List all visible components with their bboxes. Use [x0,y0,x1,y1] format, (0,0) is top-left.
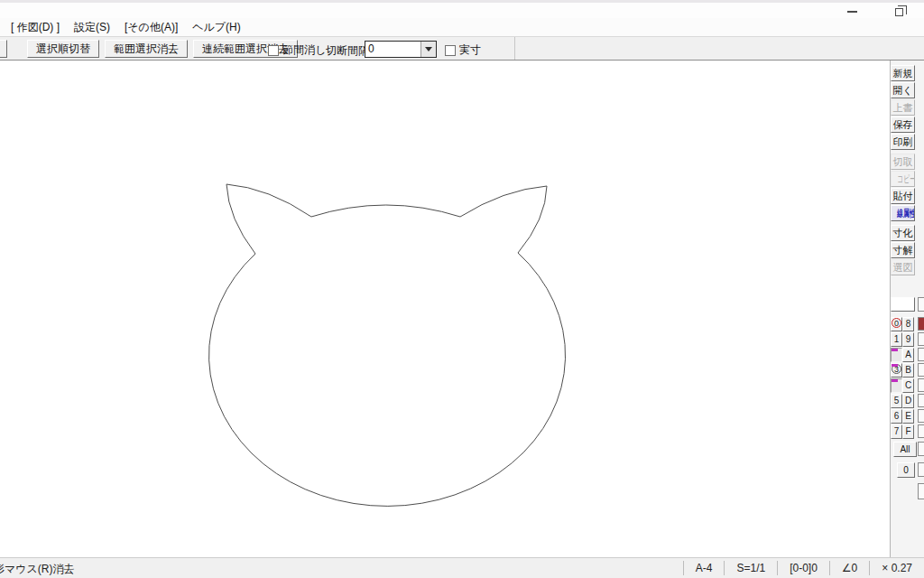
open-button[interactable]: 開く [891,82,915,98]
right-toolbar: 新規開く上書保存印刷切取コピー貼付線属性寸化寸解選図 0819A3BC5D6E7… [891,61,924,557]
cutoff-button-sliver [918,297,924,312]
layer-button-9[interactable]: 9 [902,332,914,347]
layer-content-bar [892,349,898,351]
menu-bar: [ 作図(D) ]設定(S)[その他(A)]ヘルプ(H) [0,18,924,36]
cutoff-button-sliver [918,483,924,499]
overwrite-save-button: 上書 [891,99,915,116]
file-tool-buttons: 新規開く上書保存印刷切取コピー貼付線属性寸化寸解選図 [891,65,915,279]
chevron-down-icon[interactable] [420,42,436,57]
cut-interval-combo[interactable]: 0 [365,41,437,58]
selection-order-toggle-button[interactable]: 選択順切替 [27,40,99,58]
app-window: [ 作図(D) ]設定(S)[その他(A)]ヘルプ(H) 選択順切替範囲選択消去… [0,0,924,578]
cat-head-outline [209,184,566,506]
dimension-convert-button[interactable]: 寸化 [891,225,915,241]
actual-size-label: 実寸 [459,42,481,58]
layer-button-5[interactable]: 5 [891,394,902,408]
copy-button: コピー [891,171,915,187]
layer-grid: 0819A3BC5D6E7F [891,317,915,440]
layer-content-bar [892,364,898,367]
layer-button-3[interactable]: 3 [891,363,902,378]
layer-indicator[interactable]: [0-0]0 [778,562,829,574]
checkbox-icon [445,45,456,56]
paper-size[interactable]: A-4 [684,562,725,574]
titlebar [0,0,924,18]
cutoff-button-sliver [918,462,924,477]
combo-value: 0 [365,42,420,57]
cutoff-button-sliver [918,394,924,407]
layer-button-D[interactable]: D [902,394,914,408]
button-group: 切取コピー貼付線属性 [891,154,915,221]
layer-button-8[interactable]: 8 [902,317,914,331]
line-attribute-button[interactable]: 線属性 [891,205,915,221]
save-button[interactable]: 保存 [891,117,915,133]
layer-button-7[interactable]: 7 [891,424,902,439]
layer-button-F[interactable]: F [902,424,914,439]
layer-content-bar [892,379,898,382]
layer-group-zero-button[interactable]: 0 [897,462,915,478]
cutoff-toolbar-button[interactable] [0,40,7,58]
restore-icon [895,8,903,16]
menu-settings[interactable]: 設定(S) [67,19,117,36]
cutoff-button-sliver [918,409,924,423]
new-button[interactable]: 新規 [891,65,915,81]
toolbar-divider [514,37,515,60]
layer-button-1[interactable]: 1 [891,332,902,347]
button-group: 新規開く上書保存印刷 [891,65,915,150]
cutoff-button-sliver [918,378,924,392]
layer-button-0[interactable]: 0 [891,317,902,331]
cutoff-layer-group-column [918,61,924,503]
status-message: 形マウス(R)消去 [0,562,75,577]
layer-button-E[interactable]: E [902,409,914,424]
button-group: 寸化寸解選図 [891,225,915,275]
cutoff-button-sliver [918,363,924,377]
cutoff-button-sliver [918,348,924,361]
cut-button: 切取 [891,154,915,170]
angle-indicator[interactable]: ∠0 [830,562,869,574]
node-erase-label: 節間消し [282,42,326,58]
cutoff-button-sliver [918,332,924,346]
print-button[interactable]: 印刷 [891,134,915,150]
minimize-icon [847,11,857,13]
write-layer-ring: 0 [892,318,901,328]
zoom-factor[interactable]: × 0.27 [870,562,924,574]
toolbar: 選択順切替範囲選択消去連続範囲選択消去 節間消し 切断間隔 0 実寸 [0,36,924,61]
checkbox-icon [268,45,279,56]
range-select-erase-button[interactable]: 範囲選択消去 [105,40,188,58]
status-indicators: A-4S=1/1[0-0]0∠0× 0.27 [683,558,924,578]
menu-draw[interactable]: [ 作図(D) ] [4,19,67,36]
cutoff-button-sliver [918,317,924,331]
line-attribute-display[interactable] [891,297,915,312]
cutoff-button-sliver [918,442,924,456]
layer-button-B[interactable]: B [902,363,914,378]
status-bar: 形マウス(R)消去 A-4S=1/1[0-0]0∠0× 0.27 [0,557,924,578]
scale-indicator[interactable]: S=1/1 [725,562,777,574]
node-erase-checkbox[interactable]: 節間消し [268,42,326,58]
dimension-decompose-button[interactable]: 寸解 [891,242,915,258]
paste-button[interactable]: 貼付 [891,188,915,204]
layer-button-hidden[interactable] [891,378,902,393]
layer-button-hidden[interactable] [891,348,902,362]
layer-button-A[interactable]: A [902,348,914,362]
cutoff-button-sliver [918,424,924,438]
menu-help[interactable]: ヘルプ(H) [185,19,248,36]
select-figure-button: 選図 [891,259,915,275]
cut-interval-label: 切断間隔 [326,43,369,59]
menu-others[interactable]: [その他(A)] [117,19,185,36]
layer-button-6[interactable]: 6 [891,409,902,424]
actual-size-checkbox[interactable]: 実寸 [445,42,481,58]
toolbar-buttons: 選択順切替範囲選択消去連続範囲選択消去 [27,40,298,58]
layer-all-button[interactable]: All [893,442,917,457]
layer-button-C[interactable]: C [902,378,914,393]
drawing-canvas[interactable] [0,61,891,557]
